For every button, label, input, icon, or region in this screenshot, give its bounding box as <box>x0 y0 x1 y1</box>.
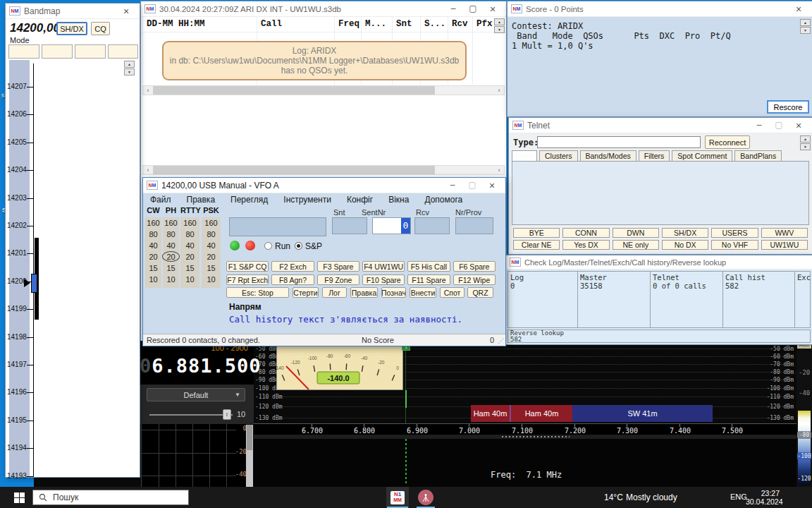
band-plan-bar[interactable]: Ham 40m <box>511 405 572 422</box>
reconnect-button[interactable]: Reconnect <box>705 135 750 149</box>
maximize-icon[interactable]: ▢ <box>769 120 789 131</box>
menu-item[interactable]: Файл <box>150 195 171 206</box>
action-button[interactable]: Правка <box>350 287 378 298</box>
telnet-tab[interactable]: Clusters <box>539 150 578 161</box>
action-button[interactable]: Лог <box>322 287 347 298</box>
telnet-command-button[interactable]: DWN <box>613 228 659 238</box>
close-icon[interactable]: × <box>483 4 503 15</box>
band-button[interactable]: 15 <box>145 264 161 272</box>
clock[interactable]: 23:27 30.04.2024 <box>746 489 780 506</box>
bandmap-current-marker[interactable] <box>31 274 37 293</box>
telnet-tab-blank[interactable] <box>512 150 537 161</box>
log-column-header[interactable]: Freq <box>338 19 359 29</box>
scroll-left-icon[interactable]: ‹ <box>143 87 153 94</box>
function-key-button[interactable]: F7 Rpt Exch <box>226 274 269 285</box>
action-button[interactable]: QRZ <box>467 287 493 298</box>
log-hscrollbar-1[interactable]: ‹ › <box>142 85 505 95</box>
telnet-command-button[interactable]: Clear NE <box>513 240 560 250</box>
function-key-button[interactable]: F4 UW1WU <box>362 261 405 272</box>
search-box[interactable]: Пошук <box>32 490 189 505</box>
telnet-tab[interactable]: Filters <box>639 150 670 161</box>
function-key-button[interactable]: F3 Spare <box>317 261 359 272</box>
weather-temp[interactable]: 14°C <box>604 492 623 502</box>
log-titlebar[interactable]: NM 30.04.2024 20:27:09Z ARI DX INT - UW1… <box>141 1 506 17</box>
action-button[interactable]: Спот <box>440 287 465 298</box>
spin-down-icon[interactable]: ▼ <box>124 68 135 75</box>
function-key-button[interactable]: F8 Agn? <box>271 274 314 285</box>
mode-box[interactable] <box>42 44 73 59</box>
menu-item[interactable]: Інструменти <box>283 195 331 206</box>
minimize-icon[interactable]: – <box>443 4 463 15</box>
language-indicator[interactable]: ENG <box>730 492 747 501</box>
splitter-handle-dots[interactable] <box>502 436 570 437</box>
weather-condition[interactable]: Mostly cloudy <box>626 492 677 502</box>
start-button[interactable] <box>7 487 31 508</box>
telnet-command-input[interactable] <box>537 136 701 148</box>
band-button[interactable]: 10 <box>145 275 161 284</box>
log-column-header[interactable]: Call <box>261 19 282 29</box>
function-key-button[interactable]: F10 Spare <box>362 274 405 285</box>
telnet-command-button[interactable]: BYE <box>513 228 560 238</box>
band-button[interactable]: 160 <box>163 219 179 227</box>
telnet-command-button[interactable]: USERS <box>711 228 758 238</box>
check-titlebar[interactable]: NM Check Log/Master/Telnet/Exch/Call his… <box>506 255 812 270</box>
sp-radio[interactable] <box>295 242 302 250</box>
log-column-header[interactable]: Snt <box>396 19 412 29</box>
spin-up-icon[interactable]: ▲ <box>124 61 135 68</box>
band-button[interactable]: 80 <box>163 230 179 238</box>
log-hscrollbar-2[interactable]: ‹ › <box>142 165 505 175</box>
spin-up-icon[interactable]: ▲ <box>800 135 811 143</box>
band-button[interactable]: 40 <box>163 241 179 250</box>
band-button[interactable]: 40 <box>145 241 161 250</box>
sdr-frequency-display[interactable]: 06.881.500 <box>140 355 262 377</box>
scroll-left-icon[interactable]: ‹ <box>143 167 153 174</box>
mode-box[interactable] <box>75 44 106 59</box>
resize-grip-icon[interactable]: ⋰ <box>498 337 504 344</box>
scroll-right-icon[interactable]: › <box>494 87 504 94</box>
log-column-header[interactable]: DD-MM HH:MM <box>147 19 205 29</box>
telnet-command-button[interactable]: No VHF <box>711 240 758 250</box>
band-button[interactable]: 80 <box>202 230 221 238</box>
spin-up-icon[interactable]: ▲ <box>800 19 811 26</box>
menu-item[interactable]: Вікна <box>388 195 409 206</box>
nrprov-input[interactable] <box>455 217 493 234</box>
rescore-button[interactable]: Rescore <box>767 100 809 114</box>
telnet-command-button[interactable]: NE only <box>613 240 659 250</box>
bandmap-spinner[interactable]: ▲▼ <box>124 61 135 75</box>
waterfall[interactable]: Freq: 7.1 MHz <box>254 439 796 487</box>
menu-item[interactable]: Допомога <box>424 195 462 206</box>
scroll-right-icon[interactable]: › <box>494 167 504 174</box>
telnet-command-button[interactable]: WWV <box>761 228 808 238</box>
bandmap-titlebar[interactable]: NM Bandmap × <box>6 4 140 19</box>
minimize-icon[interactable]: – <box>443 180 462 191</box>
band-plan-bar[interactable]: SW 41m <box>572 405 713 422</box>
close-icon[interactable]: × <box>789 120 808 131</box>
log-spinner[interactable]: ▲▼ <box>494 18 505 33</box>
log-column-header[interactable]: Pfx <box>476 19 493 29</box>
run-radio[interactable] <box>264 242 272 250</box>
band-button[interactable]: 10 <box>180 275 199 284</box>
maximize-icon[interactable]: ▢ <box>462 180 482 191</box>
function-key-button[interactable]: F11 Spare <box>407 274 450 285</box>
cq-button[interactable]: CQ <box>91 22 110 35</box>
minimize-icon[interactable]: – <box>749 120 769 131</box>
close-icon[interactable]: × <box>482 180 502 191</box>
band-button[interactable]: 80 <box>145 230 161 238</box>
band-button[interactable]: 20 <box>202 253 221 261</box>
telnet-tab[interactable]: Bands/Modes <box>580 150 636 161</box>
band-button[interactable]: 160 <box>180 219 199 227</box>
spin-up-icon[interactable]: ▲ <box>494 18 505 25</box>
score-spinner[interactable]: ▲▼ <box>800 19 811 34</box>
sentnr-input[interactable]: 0 <box>372 217 411 234</box>
function-key-button[interactable]: F1 S&P CQ <box>226 261 269 272</box>
snt-input[interactable] <box>332 217 367 234</box>
log-column-header[interactable]: Rcv <box>452 19 468 29</box>
telnet-tab[interactable]: Spot Comment <box>672 150 732 161</box>
mode-box[interactable] <box>8 44 39 59</box>
volume-slider[interactable] <box>149 414 233 416</box>
slider-handle[interactable]: ‖ <box>223 409 231 420</box>
function-key-button[interactable]: F5 His Call <box>407 261 450 272</box>
telnet-tab[interactable]: BandPlans <box>734 150 782 161</box>
telnet-command-button[interactable]: UW1WU <box>761 240 808 250</box>
band-button[interactable]: 10 <box>202 275 221 284</box>
